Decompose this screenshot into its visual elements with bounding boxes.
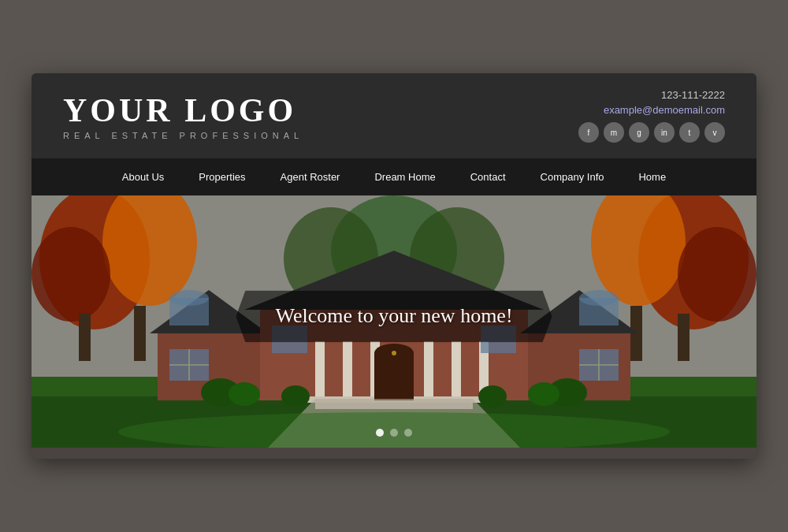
nav-about-us[interactable]: About Us	[105, 158, 181, 195]
nav-bar: About Us Properties Agent Roster Dream H…	[32, 158, 756, 195]
slider-dots	[376, 429, 412, 437]
nav-contact[interactable]: Contact	[453, 158, 523, 195]
facebook-icon[interactable]: f	[578, 122, 599, 143]
social-icons: f m g in t v	[578, 122, 725, 143]
svg-rect-25	[424, 341, 433, 400]
svg-rect-5	[134, 306, 146, 361]
hero-section: Welcome to your new home!	[32, 195, 756, 448]
hero-background: Welcome to your new home!	[32, 195, 756, 448]
hero-banner: Welcome to your new home!	[236, 290, 552, 342]
nav-home[interactable]: Home	[621, 158, 683, 195]
site-header: YOUR LOGO REAL ESTATE PROFESSIONAL 123-1…	[32, 73, 756, 158]
svg-point-38	[579, 290, 619, 306]
nav-agent-roster[interactable]: Agent Roster	[263, 158, 358, 195]
nav-dream-home[interactable]: Dream Home	[357, 158, 452, 195]
logo-text: YOUR LOGO	[63, 91, 303, 129]
contact-area: 123-111-2222 example@demoemail.com f m g…	[578, 89, 725, 143]
svg-point-35	[169, 290, 209, 306]
svg-point-43	[229, 382, 260, 406]
svg-rect-22	[315, 341, 325, 400]
svg-point-3	[32, 227, 110, 322]
svg-point-8	[678, 227, 756, 322]
slider-dot-1[interactable]	[376, 429, 384, 437]
svg-rect-26	[452, 341, 461, 400]
vimeo-icon[interactable]: v	[704, 122, 725, 143]
google-icon[interactable]: g	[629, 122, 649, 143]
svg-rect-9	[678, 314, 690, 361]
twitter-icon[interactable]: t	[679, 122, 700, 143]
bottom-bar	[32, 448, 756, 459]
logo-tagline: REAL ESTATE PROFESSIONAL	[63, 131, 303, 140]
contact-phone: 123-111-2222	[661, 89, 725, 101]
svg-rect-4	[79, 314, 91, 361]
svg-point-32	[392, 351, 396, 355]
nav-properties[interactable]: Properties	[181, 158, 262, 195]
nav-company-info[interactable]: Company Info	[523, 158, 622, 195]
contact-email: example@demoemail.com	[604, 104, 725, 116]
linkedin-icon[interactable]: in	[654, 122, 675, 143]
slider-dot-2[interactable]	[390, 429, 398, 437]
hero-banner-text: Welcome to your new home!	[275, 304, 512, 327]
svg-point-46	[281, 385, 310, 407]
slider-dot-3[interactable]	[404, 429, 412, 437]
myspace-icon[interactable]: m	[604, 122, 624, 143]
svg-rect-23	[343, 341, 352, 400]
browser-frame: YOUR LOGO REAL ESTATE PROFESSIONAL 123-1…	[32, 73, 756, 459]
logo-area: YOUR LOGO REAL ESTATE PROFESSIONAL	[63, 91, 303, 140]
svg-point-45	[528, 382, 559, 406]
svg-point-47	[478, 385, 507, 407]
